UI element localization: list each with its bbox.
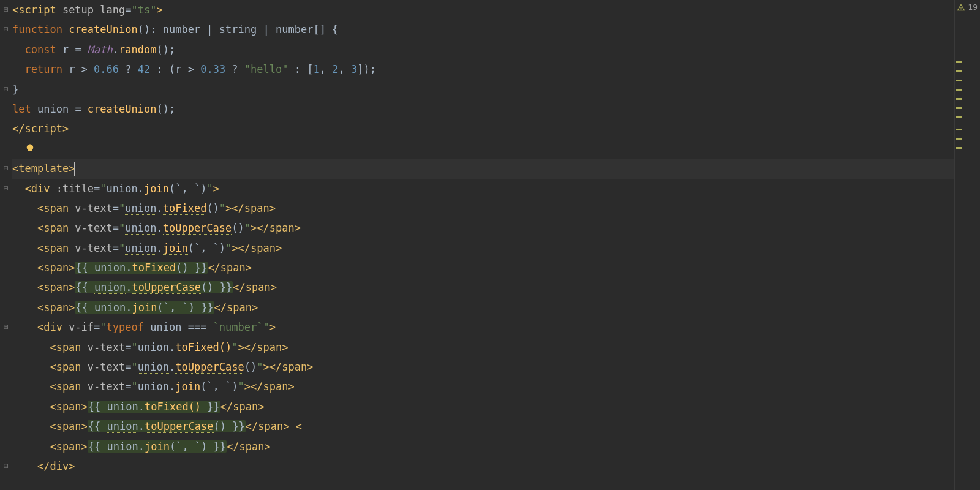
code-line: </script> <box>12 119 954 138</box>
fold-toggle[interactable]: ⊟ <box>0 456 12 476</box>
fold-toggle[interactable] <box>0 476 12 490</box>
code-line: const r = Math.random(); <box>12 40 954 59</box>
text-cursor <box>74 162 75 176</box>
fold-toggle[interactable]: ⊟ <box>0 80 12 99</box>
warning-marker[interactable] <box>956 116 962 118</box>
code-line: <script setup lang="ts"> <box>12 0 954 20</box>
code-line: <div v-if="typeof union === `number`"> <box>12 317 954 337</box>
warning-marker[interactable] <box>956 70 962 72</box>
code-line: let union = createUnion(); <box>12 99 954 119</box>
fold-toggle[interactable] <box>0 238 12 258</box>
fold-toggle[interactable] <box>0 277 12 297</box>
warning-icon <box>957 3 965 12</box>
code-line: <span>{{ union.toFixed() }}</span> <box>12 397 954 417</box>
code-line: <span v-text="union.toFixed()"></span> <box>12 337 954 357</box>
warning-count: 19 <box>968 2 978 12</box>
fold-toggle[interactable]: ⊟ <box>0 0 12 20</box>
warning-marker[interactable] <box>956 89 962 91</box>
code-line: function createUnion(): number | string … <box>12 20 954 39</box>
fold-toggle[interactable]: ⊟ <box>0 159 12 178</box>
fold-toggle[interactable] <box>0 397 12 417</box>
fold-toggle[interactable] <box>0 298 12 317</box>
warning-marker[interactable] <box>956 138 962 140</box>
fold-toggle[interactable] <box>0 357 12 377</box>
fold-toggle[interactable]: ⊟ <box>0 317 12 337</box>
code-line: <span>{{ union.join(`, `) }}</span> <box>12 437 954 456</box>
warning-marker[interactable] <box>956 107 962 109</box>
code-line: <span>{{ union.toUpperCase() }}</span> <box>12 277 954 297</box>
fold-toggle[interactable] <box>0 437 12 456</box>
code-line: <span>{{ union.toUpperCase() }}</span> < <box>12 417 954 436</box>
code-line: <span>{{ union.toFixed() }}</span> <box>12 258 954 277</box>
fold-toggle[interactable] <box>0 40 12 59</box>
code-line: <div :title="union.join(`, `)"> <box>12 179 954 198</box>
fold-toggle[interactable] <box>0 119 12 138</box>
fold-toggle[interactable] <box>0 59 12 79</box>
fold-toggle[interactable]: ⊟ <box>0 179 12 198</box>
fold-toggle[interactable] <box>0 417 12 436</box>
warning-marker[interactable] <box>956 98 962 100</box>
warning-marker[interactable] <box>956 80 962 81</box>
editor-root: ⊟ ⊟ ⊟ ⊟ ⊟ ⊟ ⊟ <script setup lang="ts"> f… <box>0 0 980 490</box>
warning-marker[interactable] <box>956 61 962 63</box>
fold-toggle[interactable] <box>0 198 12 218</box>
code-editor[interactable]: <script setup lang="ts"> function create… <box>12 0 954 490</box>
code-line: <span v-text="union.join(`, `)"></span> <box>12 377 954 396</box>
fold-toggle[interactable]: ⊟ <box>0 20 12 39</box>
code-line: return r > 0.66 ? 42 : (r > 0.33 ? "hell… <box>12 59 954 79</box>
code-line: } <box>12 80 954 99</box>
fold-toggle[interactable] <box>0 258 12 277</box>
fold-toggle[interactable] <box>0 218 12 238</box>
code-line: <template> <box>12 159 954 178</box>
code-line: <span v-text="union.join(`, `)"></span> <box>12 238 954 258</box>
warning-indicator[interactable]: 19 <box>957 2 978 12</box>
fold-toggle[interactable] <box>0 139 12 159</box>
warning-marker[interactable] <box>956 147 962 149</box>
fold-toggle[interactable] <box>0 337 12 357</box>
code-line: <span v-text="union.toFixed()"></span> <box>12 198 954 218</box>
fold-toggle[interactable] <box>0 377 12 396</box>
code-line: </div> <box>12 456 954 476</box>
code-line: <span v-text="union.toUpperCase()"></spa… <box>12 357 954 377</box>
fold-toggle[interactable] <box>0 99 12 119</box>
warning-marker[interactable] <box>956 129 962 130</box>
inspection-strip[interactable]: 19 <box>954 0 980 490</box>
code-line: <span v-text="union.toUpperCase()"></spa… <box>12 218 954 238</box>
intention-bulb-icon[interactable] <box>24 143 36 154</box>
code-line: <span>{{ union.join(`, `) }}</span> <box>12 298 954 317</box>
code-line <box>12 139 954 159</box>
fold-gutter: ⊟ ⊟ ⊟ ⊟ ⊟ ⊟ ⊟ <box>0 0 12 490</box>
